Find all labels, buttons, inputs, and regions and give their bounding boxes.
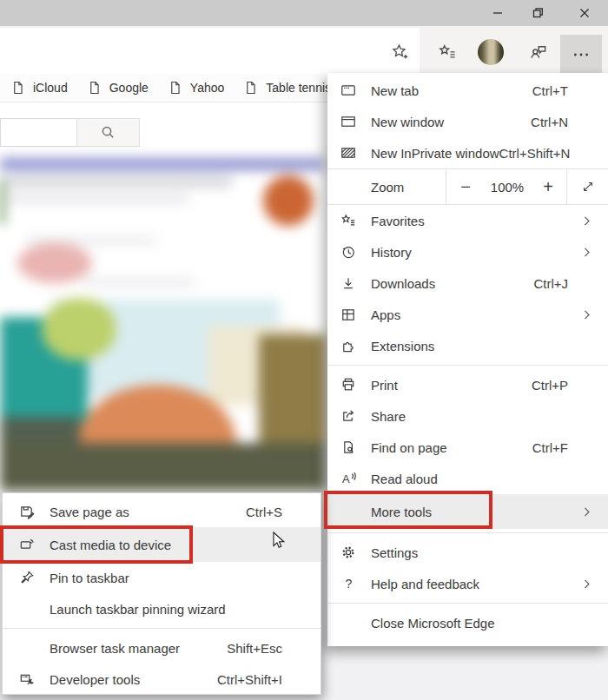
menu-item-new-window[interactable]: New window Ctrl+N xyxy=(327,106,608,137)
person-feedback-icon xyxy=(527,42,548,63)
save-page-icon xyxy=(18,503,36,520)
icon-placeholder xyxy=(18,639,36,657)
zoom-label: Zoom xyxy=(327,169,446,204)
developer-tools-icon xyxy=(18,670,36,688)
bookmark-icloud[interactable]: iCloud xyxy=(10,80,68,96)
menu-item-close-microsoft-edge[interactable]: Close Microsoft Edge xyxy=(327,607,608,638)
bookmark-google[interactable]: Google xyxy=(87,80,149,96)
webpage-content xyxy=(0,102,328,492)
bookmark-label: iCloud xyxy=(33,81,68,95)
close-button[interactable] xyxy=(570,0,599,26)
settings-and-more-menu: New tab Ctrl+T New window Ctrl+N New InP… xyxy=(327,73,608,646)
menu-item-save-page-as[interactable]: Save page as Ctrl+S xyxy=(3,496,321,527)
menu-item-history[interactable]: History xyxy=(327,236,608,267)
menu-label: Share xyxy=(371,409,406,424)
magnifier-icon xyxy=(99,123,117,142)
menu-shortcut: Ctrl+Shift+I xyxy=(217,672,282,687)
chevron-right-icon xyxy=(579,245,594,260)
bookmark-label: Table tennis xyxy=(266,81,331,95)
menu-label: New tab xyxy=(371,83,419,98)
menu-shortcut: Ctrl+T xyxy=(532,83,568,98)
favorites-icon xyxy=(340,212,357,229)
menu-item-developer-tools[interactable]: Developer tools Ctrl+Shift+I xyxy=(3,664,321,695)
menu-label: Browser task manager xyxy=(50,641,180,656)
menu-shortcut: Ctrl+P xyxy=(532,378,568,393)
extensions-icon xyxy=(340,337,357,354)
minimize-button[interactable] xyxy=(483,0,512,26)
bookmark-yahoo[interactable]: Yahoo xyxy=(168,80,224,96)
menu-shortcut: Ctrl+F xyxy=(532,440,568,455)
menu-item-apps[interactable]: Apps xyxy=(327,299,608,330)
share-icon xyxy=(340,407,357,425)
menu-label: Pin to taskbar xyxy=(50,571,129,585)
add-favorite-button[interactable] xyxy=(382,34,417,70)
downloads-icon xyxy=(340,274,357,292)
svg-text:?: ? xyxy=(346,577,353,591)
menu-label: Favorites xyxy=(371,214,425,228)
browser-toolbar xyxy=(0,26,608,76)
menu-item-settings[interactable]: Settings xyxy=(327,537,608,568)
menu-item-share[interactable]: Share xyxy=(327,400,608,432)
favorites-star-list-icon xyxy=(437,42,458,63)
menu-label: New window xyxy=(371,115,444,129)
highlight-box-cast-media xyxy=(0,525,193,564)
restore-button[interactable] xyxy=(523,0,552,26)
menu-item-launch-taskbar-pinning-wizard[interactable]: Launch taskbar pinning wizard xyxy=(3,593,321,624)
menu-item-read-aloud[interactable]: A Read aloud xyxy=(327,463,608,494)
bookmark-table-tennis[interactable]: Table tennis xyxy=(243,80,331,96)
menu-item-pin-to-taskbar[interactable]: Pin to taskbar xyxy=(3,562,321,593)
fullscreen-button[interactable] xyxy=(566,169,608,204)
settings-gear-icon xyxy=(340,544,357,561)
menu-label: Extensions xyxy=(371,339,434,353)
mouse-cursor xyxy=(269,531,288,551)
search-input[interactable] xyxy=(0,118,77,147)
menu-item-new-inprivate-window[interactable]: New InPrivate window Ctrl+Shift+N xyxy=(327,137,608,168)
new-window-icon xyxy=(340,113,357,130)
menu-item-print[interactable]: Print Ctrl+P xyxy=(327,369,608,400)
menu-label: Launch taskbar pinning wizard xyxy=(50,602,226,617)
send-feedback-button[interactable] xyxy=(520,34,555,70)
menu-shortcut: Shift+Esc xyxy=(227,641,282,656)
menu-divider xyxy=(3,628,321,629)
menu-item-help-and-feedback[interactable]: ? Help and feedback xyxy=(327,568,608,599)
page-icon xyxy=(168,80,183,96)
menu-item-browser-task-manager[interactable]: Browser task manager Shift+Esc xyxy=(3,632,321,664)
bookmark-label: Google xyxy=(109,81,149,95)
icon-placeholder xyxy=(340,614,357,631)
settings-and-more-button[interactable] xyxy=(560,35,602,75)
minimize-icon xyxy=(489,4,506,22)
chevron-right-icon xyxy=(579,577,594,591)
help-icon: ? xyxy=(340,575,357,592)
star-plus-icon xyxy=(389,42,410,63)
fullscreen-icon xyxy=(581,180,595,194)
chevron-right-icon xyxy=(579,214,594,228)
menu-label: New InPrivate window xyxy=(371,146,499,161)
menu-shortcut: Ctrl+N xyxy=(531,115,568,129)
print-icon xyxy=(340,376,357,393)
menu-item-downloads[interactable]: Downloads Ctrl+J xyxy=(327,267,608,299)
window-titlebar xyxy=(0,0,608,26)
profile-avatar[interactable] xyxy=(478,39,504,65)
menu-label: Close Microsoft Edge xyxy=(371,616,495,631)
favorites-hub-button[interactable] xyxy=(430,34,465,70)
page-icon xyxy=(243,80,259,96)
svg-text:A: A xyxy=(342,472,350,485)
zoom-in-button[interactable]: + xyxy=(530,169,566,204)
menu-item-favorites[interactable]: Favorites xyxy=(327,205,608,236)
menu-item-extensions[interactable]: Extensions xyxy=(327,330,608,361)
menu-label: Find on page xyxy=(371,440,447,455)
restore-icon xyxy=(529,4,546,22)
menu-divider xyxy=(327,603,608,604)
menu-item-find-on-page[interactable]: Find on page Ctrl+F xyxy=(327,432,608,463)
menu-shortcut: Ctrl+S xyxy=(246,505,282,519)
page-icon xyxy=(10,80,26,96)
menu-label: Print xyxy=(371,378,398,393)
menu-item-new-tab[interactable]: New tab Ctrl+T xyxy=(327,75,608,106)
search-button[interactable] xyxy=(76,118,140,147)
icon-placeholder xyxy=(18,600,36,617)
chevron-right-icon xyxy=(579,307,594,322)
menu-shortcut: Ctrl+J xyxy=(533,276,568,291)
apps-icon xyxy=(340,306,357,323)
zoom-out-button[interactable]: − xyxy=(446,169,485,204)
pin-icon xyxy=(18,569,36,586)
